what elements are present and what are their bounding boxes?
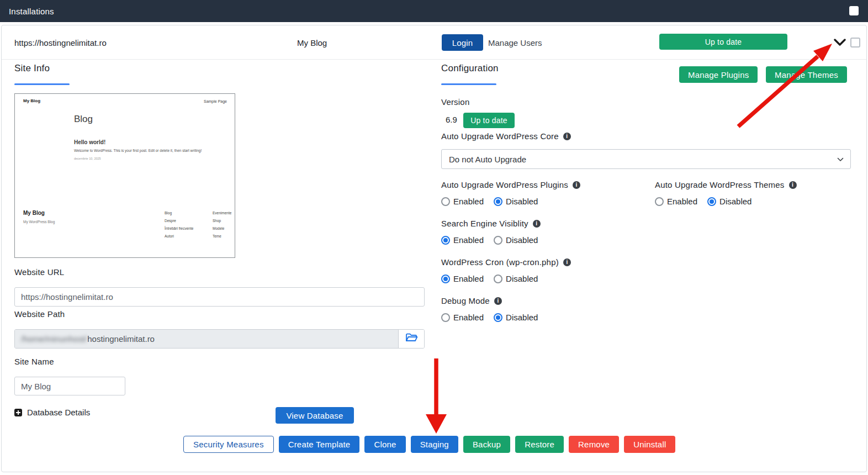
chevron-down-icon[interactable]: [833, 38, 846, 47]
radio-label: Disabled: [506, 313, 538, 322]
radio-disabled[interactable]: Disabled: [494, 197, 538, 206]
site-info-underline: [14, 83, 70, 85]
auto-upgrade-core-select[interactable]: Do not Auto Upgrade: [441, 149, 851, 169]
info-icon[interactable]: i: [533, 220, 541, 228]
auto-upgrade-themes-radios: Enabled Disabled: [655, 197, 751, 206]
radio-icon[interactable]: [494, 197, 502, 206]
radio-label: Disabled: [506, 274, 538, 283]
radio-enabled[interactable]: Enabled: [441, 235, 484, 245]
site-name-input[interactable]: [14, 377, 125, 395]
open-folder-button[interactable]: [398, 330, 424, 348]
security-measures-button[interactable]: Security Measures: [183, 436, 274, 453]
preview-footer-links-col2: Evenimente Shop Modele Teme: [213, 211, 231, 242]
preview-brand: My Blog: [23, 98, 40, 103]
manage-users-link[interactable]: Manage Users: [488, 25, 542, 60]
radio-label: Enabled: [453, 313, 484, 322]
preview-footer-tagline: My WordPress Blog: [23, 220, 55, 224]
radio-icon[interactable]: [441, 313, 450, 322]
radio-enabled[interactable]: Enabled: [441, 274, 484, 283]
preview-post-title: Hello world!: [74, 139, 105, 145]
preview-footer-link: Modele: [213, 226, 231, 230]
radio-icon[interactable]: [441, 275, 450, 283]
installation-card: https://hostingnelimitat.ro My Blog Logi…: [1, 25, 867, 472]
info-icon[interactable]: i: [563, 258, 571, 266]
site-name-label: Site Name: [14, 357, 54, 366]
radio-disabled[interactable]: Disabled: [494, 274, 538, 283]
preview-page-title: Blog: [74, 114, 93, 125]
preview-footer-links-col1: Blog Despre Întrebări frecvente Autori: [165, 211, 193, 242]
clone-button[interactable]: Clone: [364, 436, 405, 453]
auto-upgrade-core-selected-value: Do not Auto Upgrade: [449, 155, 526, 164]
radio-enabled[interactable]: Enabled: [655, 197, 697, 206]
auto-upgrade-core-label-text: Auto Upgrade WordPress Core: [441, 131, 559, 141]
preview-footer-link: Autori: [165, 234, 193, 238]
create-template-button[interactable]: Create Template: [279, 436, 360, 453]
auto-upgrade-themes-label: Auto Upgrade WordPress Themes i: [655, 180, 797, 189]
info-icon[interactable]: i: [573, 181, 580, 189]
radio-label: Disabled: [506, 235, 538, 245]
search-engine-visibility-label: Search Engine Visiblity i: [441, 219, 541, 228]
website-url-input[interactable]: [14, 287, 425, 307]
version-status-badge: Up to date: [463, 113, 515, 128]
preview-footer-link: Teme: [213, 234, 231, 238]
wordpress-cron-radios: Enabled Disabled: [441, 274, 538, 283]
radio-icon[interactable]: [707, 197, 716, 206]
site-preview-thumbnail: My Blog Sample Page Blog Hello world! We…: [14, 93, 235, 258]
website-path-value: /home/minunhost/ hostingnelimitat.ro: [15, 330, 398, 348]
website-path-field: /home/minunhost/ hostingnelimitat.ro: [14, 329, 425, 349]
search-engine-visibility-radios: Enabled Disabled: [441, 235, 538, 245]
info-icon[interactable]: i: [789, 181, 797, 189]
installations-page: Installations https://hostingnelimitat.r…: [0, 0, 868, 475]
select-all-checkbox[interactable]: [849, 6, 859, 15]
website-path-visible-segment: hostingnelimitat.ro: [87, 334, 155, 344]
radio-enabled[interactable]: Enabled: [441, 313, 484, 322]
manage-themes-button[interactable]: Manage Themes: [766, 66, 847, 83]
preview-footer-link: Despre: [165, 219, 193, 223]
preview-footer-brand: My Blog: [23, 210, 45, 216]
database-details-toggle[interactable]: Database Details: [14, 408, 90, 417]
radio-icon[interactable]: [494, 236, 502, 245]
radio-icon[interactable]: [441, 197, 450, 206]
radio-label: Disabled: [506, 197, 538, 206]
info-icon[interactable]: i: [494, 297, 502, 305]
preview-nav-link: Sample Page: [204, 99, 227, 103]
radio-disabled[interactable]: Disabled: [494, 313, 538, 322]
top-header-bar: Installations: [0, 0, 868, 22]
page-title: Installations: [9, 7, 54, 16]
uninstall-button[interactable]: Uninstall: [624, 436, 675, 453]
select-chevron-icon: [837, 157, 844, 162]
radio-icon[interactable]: [494, 313, 502, 322]
remove-button[interactable]: Remove: [569, 436, 619, 453]
radio-label: Enabled: [453, 274, 484, 283]
radio-enabled[interactable]: Enabled: [441, 197, 484, 206]
view-database-button[interactable]: View Database: [276, 407, 354, 424]
login-button[interactable]: Login: [442, 34, 483, 51]
radio-icon[interactable]: [441, 236, 450, 245]
auto-upgrade-core-label: Auto Upgrade WordPress Core i: [441, 131, 571, 141]
search-engine-visibility-label-text: Search Engine Visiblity: [441, 219, 528, 228]
wordpress-cron-label: WordPress Cron (wp-cron.php) i: [441, 257, 571, 267]
expand-plus-icon[interactable]: [14, 409, 22, 416]
radio-disabled[interactable]: Disabled: [494, 235, 538, 245]
info-icon[interactable]: i: [563, 133, 571, 140]
preview-footer-link: Întrebări frecvente: [165, 226, 193, 230]
staging-button[interactable]: Staging: [411, 436, 458, 453]
manage-plugins-button[interactable]: Manage Plugins: [679, 66, 758, 83]
radio-icon[interactable]: [655, 197, 664, 206]
configuration-heading: Configuration: [441, 63, 499, 74]
debug-mode-label-text: Debug Mode: [441, 296, 490, 305]
radio-disabled[interactable]: Disabled: [707, 197, 751, 206]
preview-post-excerpt: Welcome to WordPress. This is your first…: [74, 149, 202, 152]
preview-footer-link: Evenimente: [213, 211, 231, 215]
installation-url: https://hostingnelimitat.ro: [14, 25, 107, 60]
backup-button[interactable]: Backup: [463, 436, 510, 453]
restore-button[interactable]: Restore: [515, 436, 564, 453]
up-to-date-button[interactable]: Up to date: [659, 34, 787, 50]
radio-icon[interactable]: [494, 275, 502, 283]
radio-label: Enabled: [667, 197, 697, 206]
auto-upgrade-plugins-label-text: Auto Upgrade WordPress Plugins: [441, 180, 568, 189]
radio-label: Disabled: [719, 197, 751, 206]
row-checkbox[interactable]: [850, 38, 860, 48]
debug-mode-radios: Enabled Disabled: [441, 313, 538, 322]
action-buttons-row: Security Measures Create Template Clone …: [183, 436, 675, 453]
